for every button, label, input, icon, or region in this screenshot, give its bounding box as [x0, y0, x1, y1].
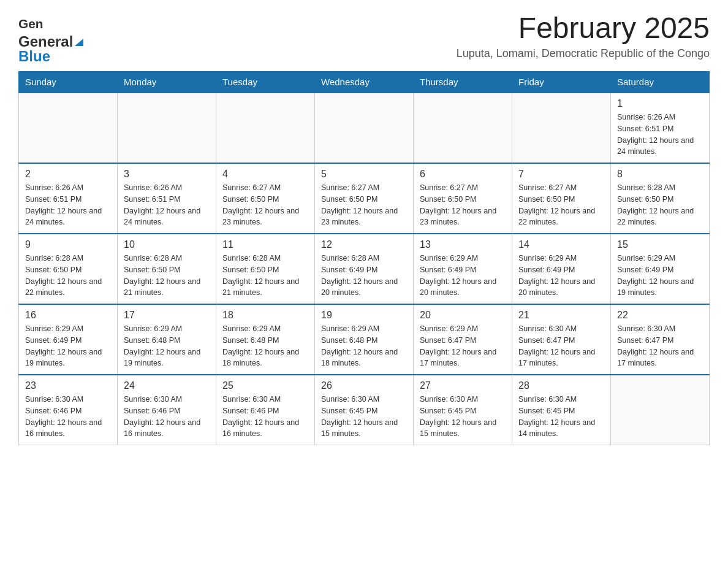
calendar-day: 17Sunrise: 6:29 AMSunset: 6:48 PMDayligh… [118, 304, 216, 375]
svg-marker-1 [75, 39, 83, 46]
day-info: Sunrise: 6:26 AMSunset: 6:51 PMDaylight:… [617, 112, 703, 158]
day-number: 24 [124, 380, 210, 391]
day-info: Sunrise: 6:29 AMSunset: 6:49 PMDaylight:… [25, 323, 111, 369]
day-header-saturday: Saturday [611, 72, 710, 93]
calendar-day: 4Sunrise: 6:27 AMSunset: 6:50 PMDaylight… [216, 163, 315, 234]
day-info: Sunrise: 6:30 AMSunset: 6:45 PMDaylight:… [518, 394, 604, 440]
day-info: Sunrise: 6:27 AMSunset: 6:50 PMDaylight:… [420, 182, 506, 228]
calendar-day [611, 375, 710, 445]
calendar-day: 13Sunrise: 6:29 AMSunset: 6:49 PMDayligh… [414, 234, 512, 304]
day-number: 17 [124, 310, 210, 321]
calendar-header-row: SundayMondayTuesdayWednesdayThursdayFrid… [19, 72, 710, 93]
calendar-day: 27Sunrise: 6:30 AMSunset: 6:45 PMDayligh… [414, 375, 512, 445]
calendar-day: 25Sunrise: 6:30 AMSunset: 6:46 PMDayligh… [216, 375, 315, 445]
day-number: 25 [222, 380, 308, 391]
calendar-day: 3Sunrise: 6:26 AMSunset: 6:51 PMDaylight… [118, 163, 216, 234]
calendar-day [512, 93, 611, 163]
day-info: Sunrise: 6:30 AMSunset: 6:45 PMDaylight:… [420, 394, 506, 440]
day-info: Sunrise: 6:30 AMSunset: 6:46 PMDaylight:… [124, 394, 210, 440]
calendar-title: February 2025 [457, 12, 710, 45]
day-number: 14 [518, 239, 604, 250]
day-number: 27 [420, 380, 506, 391]
day-info: Sunrise: 6:29 AMSunset: 6:47 PMDaylight:… [420, 323, 506, 369]
day-number: 1 [617, 98, 703, 109]
day-number: 15 [617, 239, 703, 250]
day-info: Sunrise: 6:26 AMSunset: 6:51 PMDaylight:… [124, 182, 210, 228]
calendar-day: 28Sunrise: 6:30 AMSunset: 6:45 PMDayligh… [512, 375, 611, 445]
day-number: 10 [124, 239, 210, 250]
day-number: 2 [25, 169, 111, 180]
calendar-day: 10Sunrise: 6:28 AMSunset: 6:50 PMDayligh… [118, 234, 216, 304]
calendar-day: 21Sunrise: 6:30 AMSunset: 6:47 PMDayligh… [512, 304, 611, 375]
calendar-day: 26Sunrise: 6:30 AMSunset: 6:45 PMDayligh… [315, 375, 414, 445]
day-number: 21 [518, 310, 604, 321]
title-area: February 2025 Luputa, Lomami, Democratic… [457, 12, 710, 60]
svg-text:General: General [18, 17, 43, 31]
calendar-day: 5Sunrise: 6:27 AMSunset: 6:50 PMDaylight… [315, 163, 414, 234]
day-info: Sunrise: 6:29 AMSunset: 6:49 PMDaylight:… [518, 253, 604, 299]
day-info: Sunrise: 6:30 AMSunset: 6:47 PMDaylight:… [518, 323, 604, 369]
day-number: 9 [25, 239, 111, 250]
calendar-day: 24Sunrise: 6:30 AMSunset: 6:46 PMDayligh… [118, 375, 216, 445]
day-number: 5 [321, 169, 407, 180]
calendar-day [216, 93, 315, 163]
calendar-day: 9Sunrise: 6:28 AMSunset: 6:50 PMDaylight… [19, 234, 118, 304]
calendar-day: 2Sunrise: 6:26 AMSunset: 6:51 PMDaylight… [19, 163, 118, 234]
day-number: 8 [617, 169, 703, 180]
day-header-monday: Monday [118, 72, 216, 93]
day-info: Sunrise: 6:29 AMSunset: 6:48 PMDaylight:… [124, 323, 210, 369]
calendar-day: 1Sunrise: 6:26 AMSunset: 6:51 PMDaylight… [611, 93, 710, 163]
day-info: Sunrise: 6:28 AMSunset: 6:50 PMDaylight:… [617, 182, 703, 228]
calendar-day: 14Sunrise: 6:29 AMSunset: 6:49 PMDayligh… [512, 234, 611, 304]
day-number: 18 [222, 310, 308, 321]
calendar-day [19, 93, 118, 163]
day-info: Sunrise: 6:27 AMSunset: 6:50 PMDaylight:… [518, 182, 604, 228]
week-row-1: 1Sunrise: 6:26 AMSunset: 6:51 PMDaylight… [19, 93, 710, 163]
calendar-day [315, 93, 414, 163]
day-info: Sunrise: 6:28 AMSunset: 6:50 PMDaylight:… [222, 253, 308, 299]
day-number: 23 [25, 380, 111, 391]
day-info: Sunrise: 6:29 AMSunset: 6:48 PMDaylight:… [222, 323, 308, 369]
calendar-table: SundayMondayTuesdayWednesdayThursdayFrid… [18, 71, 710, 445]
calendar-day: 6Sunrise: 6:27 AMSunset: 6:50 PMDaylight… [414, 163, 512, 234]
calendar-day: 20Sunrise: 6:29 AMSunset: 6:47 PMDayligh… [414, 304, 512, 375]
logo-blue-text: Blue [18, 48, 50, 64]
day-number: 13 [420, 239, 506, 250]
day-info: Sunrise: 6:28 AMSunset: 6:49 PMDaylight:… [321, 253, 407, 299]
calendar-subtitle: Luputa, Lomami, Democratic Republic of t… [457, 47, 710, 60]
day-header-tuesday: Tuesday [216, 72, 315, 93]
calendar-day: 7Sunrise: 6:27 AMSunset: 6:50 PMDaylight… [512, 163, 611, 234]
day-header-sunday: Sunday [19, 72, 118, 93]
day-info: Sunrise: 6:29 AMSunset: 6:48 PMDaylight:… [321, 323, 407, 369]
day-info: Sunrise: 6:27 AMSunset: 6:50 PMDaylight:… [222, 182, 308, 228]
day-info: Sunrise: 6:30 AMSunset: 6:46 PMDaylight:… [222, 394, 308, 440]
calendar-day [118, 93, 216, 163]
week-row-4: 16Sunrise: 6:29 AMSunset: 6:49 PMDayligh… [19, 304, 710, 375]
calendar-day: 11Sunrise: 6:28 AMSunset: 6:50 PMDayligh… [216, 234, 315, 304]
day-header-wednesday: Wednesday [315, 72, 414, 93]
logo: General General Blue [18, 12, 85, 65]
calendar-day: 15Sunrise: 6:29 AMSunset: 6:49 PMDayligh… [611, 234, 710, 304]
day-info: Sunrise: 6:30 AMSunset: 6:46 PMDaylight:… [25, 394, 111, 440]
calendar-day: 16Sunrise: 6:29 AMSunset: 6:49 PMDayligh… [19, 304, 118, 375]
day-number: 4 [222, 169, 308, 180]
day-info: Sunrise: 6:29 AMSunset: 6:49 PMDaylight:… [617, 253, 703, 299]
day-info: Sunrise: 6:27 AMSunset: 6:50 PMDaylight:… [321, 182, 407, 228]
calendar-day [414, 93, 512, 163]
day-number: 12 [321, 239, 407, 250]
day-number: 6 [420, 169, 506, 180]
day-number: 22 [617, 310, 703, 321]
day-info: Sunrise: 6:29 AMSunset: 6:49 PMDaylight:… [420, 253, 506, 299]
week-row-3: 9Sunrise: 6:28 AMSunset: 6:50 PMDaylight… [19, 234, 710, 304]
day-info: Sunrise: 6:26 AMSunset: 6:51 PMDaylight:… [25, 182, 111, 228]
day-number: 11 [222, 239, 308, 250]
day-info: Sunrise: 6:30 AMSunset: 6:47 PMDaylight:… [617, 323, 703, 369]
calendar-day: 22Sunrise: 6:30 AMSunset: 6:47 PMDayligh… [611, 304, 710, 375]
day-info: Sunrise: 6:30 AMSunset: 6:45 PMDaylight:… [321, 394, 407, 440]
day-header-thursday: Thursday [414, 72, 512, 93]
day-number: 7 [518, 169, 604, 180]
day-number: 20 [420, 310, 506, 321]
day-number: 3 [124, 169, 210, 180]
calendar-day: 8Sunrise: 6:28 AMSunset: 6:50 PMDaylight… [611, 163, 710, 234]
week-row-2: 2Sunrise: 6:26 AMSunset: 6:51 PMDaylight… [19, 163, 710, 234]
